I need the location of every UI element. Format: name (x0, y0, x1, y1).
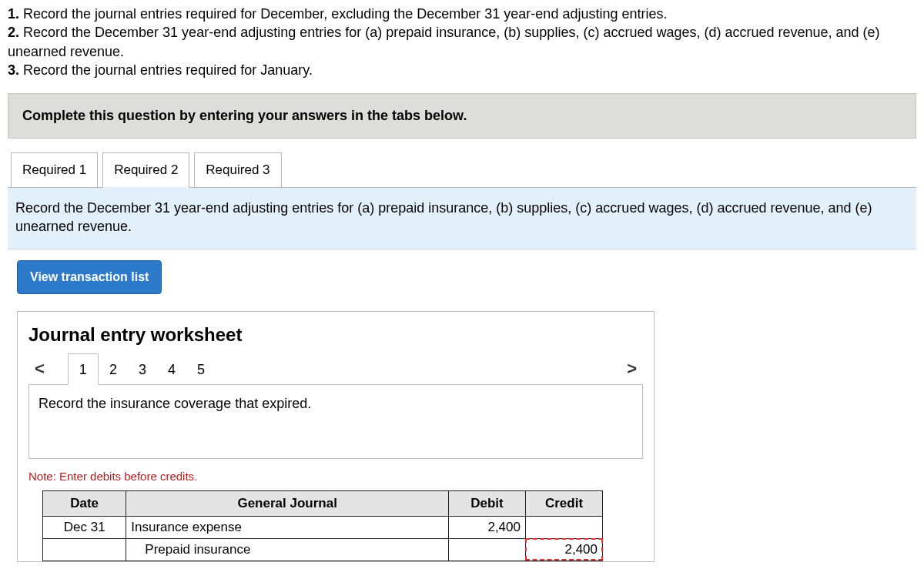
tab-required-1[interactable]: Required 1 (11, 152, 98, 187)
tab-required-2[interactable]: Required 2 (102, 152, 189, 188)
cell-debit[interactable] (449, 538, 526, 561)
instruction-1-text: Record the journal entries required for … (19, 6, 667, 22)
instruction-3-num: 3. (8, 62, 19, 78)
col-debit: Debit (449, 490, 526, 516)
instructions-block: 1. Record the journal entries required f… (8, 5, 916, 79)
cell-account[interactable]: Insurance expense (126, 516, 449, 538)
cell-date[interactable] (43, 538, 126, 561)
instruction-1-num: 1. (8, 6, 19, 22)
journal-entry-tabs: < 1 2 3 4 5 > (18, 353, 654, 384)
col-credit: Credit (525, 490, 602, 516)
col-date: Date (43, 490, 126, 516)
cell-credit[interactable]: 2,400 (525, 538, 602, 561)
journal-table: Date General Journal Debit Credit Dec 31… (42, 490, 603, 561)
required-tabs: Required 1 Required 2 Required 3 (8, 152, 916, 187)
instruction-2-num: 2. (8, 25, 19, 40)
je-tab-3[interactable]: 3 (128, 354, 157, 384)
banner: Complete this question by entering your … (8, 93, 916, 139)
view-transaction-list-button[interactable]: View transaction list (17, 260, 162, 294)
cell-account[interactable]: Prepaid insurance (126, 538, 449, 561)
tab-panel-required-2: Record the December 31 year-end adjustin… (8, 187, 916, 249)
debits-before-credits-note: Note: Enter debits before credits. (18, 459, 654, 490)
col-general-journal: General Journal (126, 490, 449, 516)
table-row: Dec 31 Insurance expense 2,400 (43, 516, 603, 538)
je-tab-4[interactable]: 4 (157, 354, 186, 384)
table-row: Prepaid insurance 2,400 (43, 538, 603, 561)
instruction-2-text: Record the December 31 year-end adjustin… (8, 25, 880, 59)
tab-required-3[interactable]: Required 3 (194, 152, 281, 187)
je-tab-1[interactable]: 1 (68, 353, 99, 385)
cell-debit[interactable]: 2,400 (449, 516, 526, 538)
cell-credit[interactable] (525, 516, 602, 538)
je-tab-2[interactable]: 2 (99, 354, 128, 384)
chevron-left-icon[interactable]: < (28, 356, 51, 382)
journal-entry-worksheet: Journal entry worksheet < 1 2 3 4 5 > Re… (17, 311, 654, 562)
entry-description: Record the insurance coverage that expir… (28, 384, 643, 459)
chevron-right-icon[interactable]: > (621, 356, 643, 382)
instruction-3-text: Record the journal entries required for … (19, 62, 313, 78)
je-tab-5[interactable]: 5 (186, 354, 216, 384)
cell-date[interactable]: Dec 31 (43, 516, 126, 538)
worksheet-title: Journal entry worksheet (18, 312, 654, 353)
